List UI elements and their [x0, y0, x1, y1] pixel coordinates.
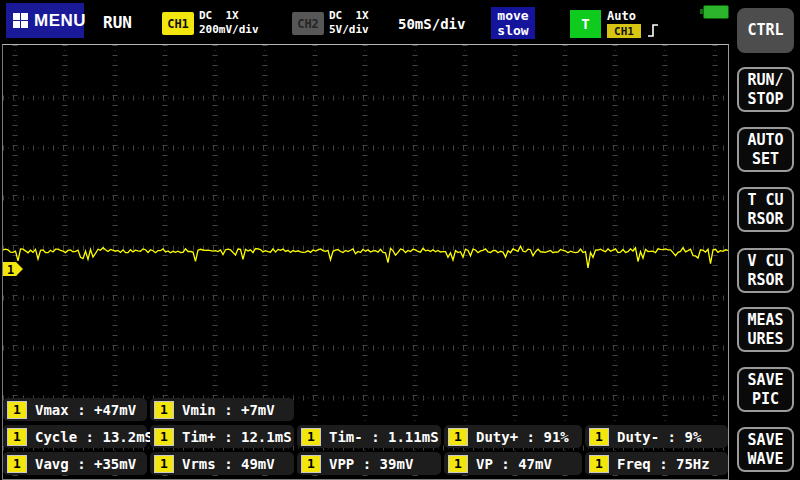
ch1-badge[interactable]: CH1: [162, 12, 194, 35]
measure-duty-plus: 1Duty+91%: [444, 425, 582, 448]
t-cursor-button[interactable]: T CURSOR: [737, 187, 794, 232]
ch2-scale: 5V/div: [329, 23, 369, 36]
move-label-line2: slow: [497, 23, 528, 38]
channel-badge: 1: [589, 428, 609, 446]
channel-badge: 1: [589, 455, 609, 473]
menu-grid-icon: [13, 13, 28, 28]
measure-tim-minus: 1Tim-1.11mS: [297, 425, 441, 448]
save-pic-button[interactable]: SAVEPIC: [737, 367, 794, 412]
channel-badge: 1: [154, 401, 174, 419]
ch1-scale: 200mV/div: [199, 23, 259, 36]
measure-vpp: 1VPP39mV: [297, 452, 441, 475]
save-wave-button[interactable]: SAVEWAVE: [737, 427, 794, 472]
channel-badge: 1: [301, 455, 321, 473]
top-status-bar: MENU RUN CH1 DC 1X200mV/div CH2 DC 1X5V/…: [0, 0, 800, 44]
ch2-coupling: DC 1X: [329, 9, 369, 22]
v-cursor-button[interactable]: V CURSOR: [737, 248, 794, 293]
timebase-setting[interactable]: 50mS/div: [398, 16, 465, 32]
battery-icon: [703, 5, 728, 18]
trigger-mode[interactable]: Auto: [607, 9, 636, 23]
ctrl-button[interactable]: CTRL: [737, 8, 794, 53]
svg-text:1: 1: [7, 263, 14, 277]
measure-vmax: 1Vmax+47mV: [3, 398, 147, 421]
ch1-settings[interactable]: DC 1X200mV/div: [199, 9, 259, 37]
channel-badge: 1: [448, 455, 468, 473]
channel-badge: 1: [7, 428, 27, 446]
ch2-badge[interactable]: CH2: [292, 12, 324, 35]
channel-badge: 1: [448, 428, 468, 446]
measure-vrms: 1Vrms49mV: [150, 452, 294, 475]
channel-badge: 1: [301, 428, 321, 446]
auto-set-button[interactable]: AUTOSET: [737, 127, 794, 172]
channel-badge: 1: [7, 455, 27, 473]
channel-badge: 1: [154, 455, 174, 473]
measures-button[interactable]: MEASURES: [737, 307, 794, 352]
measure-vp: 1VP47mV: [444, 452, 582, 475]
move-speed-button[interactable]: move slow: [491, 7, 535, 39]
run-stop-button[interactable]: RUN/STOP: [737, 67, 794, 112]
menu-button[interactable]: MENU: [6, 3, 84, 38]
move-label-line1: move: [497, 8, 528, 23]
measure-vmin: 1Vmin+7mV: [150, 398, 294, 421]
channel-badge: 1: [7, 401, 27, 419]
trigger-badge[interactable]: T: [570, 10, 601, 38]
acquisition-status: RUN: [103, 13, 132, 32]
menu-label: MENU: [34, 11, 86, 31]
ch2-settings[interactable]: DC 1X5V/div: [329, 9, 369, 37]
ch1-coupling: DC 1X: [199, 9, 239, 22]
measure-cycle: 1Cycle13.2mS: [3, 425, 147, 448]
rising-edge-icon[interactable]: [647, 22, 660, 43]
measure-vavg: 1Vavg+35mV: [3, 452, 147, 475]
measure-freq: 1Freq75Hz: [585, 452, 728, 475]
measure-tim-plus: 1Tim+12.1mS: [150, 425, 294, 448]
measure-duty-minus: 1Duty-9%: [585, 425, 728, 448]
trigger-source-badge[interactable]: CH1: [607, 24, 641, 38]
channel-badge: 1: [154, 428, 174, 446]
